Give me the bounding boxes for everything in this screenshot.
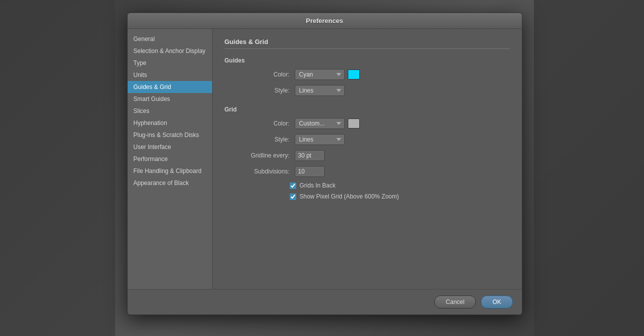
sidebar-item-plug-ins-scratch-disks[interactable]: Plug-ins & Scratch Disks (128, 129, 212, 141)
sidebar-item-hyphenation[interactable]: Hyphenation (128, 117, 212, 129)
guides-color-control: Cyan Magenta Yellow Black Red Green Blue… (295, 69, 360, 80)
sidebar-item-smart-guides[interactable]: Smart Guides (128, 93, 212, 105)
grid-style-row: Style: Lines Dashed Lines Dots (225, 134, 510, 145)
guides-color-swatch[interactable] (348, 70, 360, 80)
sidebar-item-appearance-of-black[interactable]: Appearance of Black (128, 177, 212, 189)
gridline-every-label: Gridline every: (235, 152, 290, 159)
subdivisions-label: Subdivisions: (235, 168, 290, 175)
grids-in-back-row: Grids In Back (225, 182, 510, 189)
show-pixel-grid-label[interactable]: Show Pixel Grid (Above 600% Zoom) (300, 193, 399, 200)
guides-color-select[interactable]: Cyan Magenta Yellow Black Red Green Blue… (295, 69, 345, 80)
grids-in-back-label[interactable]: Grids In Back (300, 182, 336, 189)
gridline-every-input[interactable] (295, 150, 325, 161)
dialog-titlebar: Preferences (128, 13, 522, 29)
grid-color-row: Color: Custom... Cyan Magenta Yellow Bla… (225, 118, 510, 129)
grid-color-select[interactable]: Custom... Cyan Magenta Yellow Black Red … (295, 118, 345, 129)
dialog-title: Preferences (306, 17, 343, 24)
show-pixel-grid-row: Show Pixel Grid (Above 600% Zoom) (225, 193, 510, 200)
sidebar-item-selection-anchor-display[interactable]: Selection & Anchor Display (128, 45, 212, 57)
guides-style-label: Style: (235, 87, 290, 94)
guides-style-row: Style: Lines Dashed Lines Dots (225, 85, 510, 96)
dialog-footer: Cancel OK (128, 289, 522, 314)
grid-color-swatch[interactable] (348, 118, 360, 128)
ok-button[interactable]: OK (481, 296, 512, 308)
sidebar-item-file-handling-clipboard[interactable]: File Handling & Clipboard (128, 165, 212, 177)
grid-style-label: Style: (235, 136, 290, 143)
sidebar-item-guides-grid[interactable]: Guides & Grid (128, 81, 212, 93)
dialog-body: General Selection & Anchor Display Type … (128, 29, 522, 289)
subdivisions-input[interactable] (295, 166, 325, 177)
guides-color-row: Color: Cyan Magenta Yellow Black Red Gre… (225, 69, 510, 80)
grid-color-label: Color: (235, 120, 290, 127)
guides-style-control: Lines Dashed Lines Dots (295, 85, 345, 96)
grid-color-control: Custom... Cyan Magenta Yellow Black Red … (295, 118, 360, 129)
cancel-button[interactable]: Cancel (434, 296, 476, 308)
gridline-every-control (295, 150, 325, 161)
content-area: Guides & Grid Guides Color: Cyan Magenta… (213, 29, 522, 289)
guides-subsection-title: Guides (225, 57, 510, 64)
sidebar-item-units[interactable]: Units (128, 69, 212, 81)
sidebar: General Selection & Anchor Display Type … (128, 29, 213, 289)
grids-in-back-checkbox[interactable] (290, 182, 296, 189)
sidebar-item-performance[interactable]: Performance (128, 153, 212, 165)
preferences-dialog: Preferences General Selection & Anchor D… (127, 12, 522, 315)
guides-color-label: Color: (235, 71, 290, 78)
sidebar-item-slices[interactable]: Slices (128, 105, 212, 117)
guides-style-select[interactable]: Lines Dashed Lines Dots (295, 85, 345, 96)
grid-style-select[interactable]: Lines Dashed Lines Dots (295, 134, 345, 145)
section-title: Guides & Grid (225, 38, 510, 49)
sidebar-item-user-interface[interactable]: User Interface (128, 141, 212, 153)
subdivisions-control (295, 166, 325, 177)
sidebar-item-type[interactable]: Type (128, 57, 212, 69)
grid-subsection-title: Grid (225, 106, 510, 113)
subdivisions-row: Subdivisions: (225, 166, 510, 177)
gridline-every-row: Gridline every: (225, 150, 510, 161)
sidebar-item-general[interactable]: General (128, 33, 212, 45)
grid-style-control: Lines Dashed Lines Dots (295, 134, 345, 145)
show-pixel-grid-checkbox[interactable] (290, 194, 296, 200)
